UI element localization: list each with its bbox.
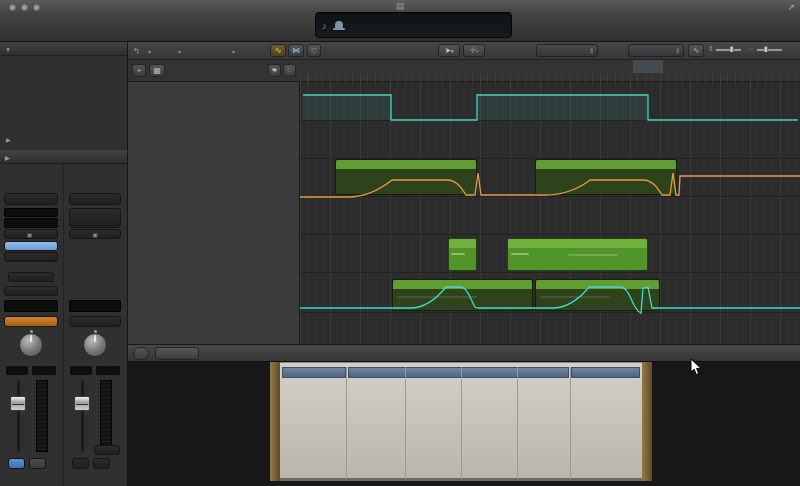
arrange-area[interactable]	[300, 82, 800, 344]
solo-button-2[interactable]	[93, 458, 110, 469]
fader-groove	[17, 380, 20, 452]
document-icon: ▤	[396, 1, 405, 11]
pan-knob[interactable]	[19, 333, 43, 357]
insert-compressor[interactable]	[4, 241, 58, 251]
insert-channel-eq[interactable]	[4, 252, 58, 262]
track-inspector-header[interactable]: ▶	[0, 150, 127, 164]
marker-flag-button[interactable]: ⚑	[268, 64, 281, 77]
waveform-zoom-icon[interactable]: ∿	[688, 44, 704, 57]
marker-flag-button-2[interactable]: ⚐	[283, 64, 296, 77]
solo-button[interactable]	[29, 458, 46, 469]
automation-overlay[interactable]	[300, 82, 800, 344]
horizontal-zoom-slider[interactable]: ⇔ ▬▮▬▬	[748, 45, 782, 53]
mute-button[interactable]	[8, 458, 25, 469]
fader-groove-2	[81, 380, 84, 452]
cycle-highlight[interactable]	[633, 60, 663, 73]
back-icon[interactable]: ↰	[133, 46, 140, 56]
ruler-bar: + ▦ ⚑ ⚐	[128, 60, 800, 82]
gain-value-2[interactable]	[96, 366, 120, 375]
bounce-button[interactable]	[94, 445, 120, 455]
view-menu[interactable]: ▾	[232, 46, 235, 56]
fullscreen-icon[interactable]: ↗	[787, 2, 795, 12]
duplicate-track-button[interactable]: ▦	[149, 64, 165, 77]
bar-ruler[interactable]	[300, 60, 800, 82]
automation-mode-latch[interactable]	[4, 316, 58, 327]
sequencer-section-header	[282, 367, 346, 378]
mix-section-header	[348, 367, 569, 378]
volume-fader[interactable]	[10, 396, 26, 411]
level-meter	[36, 380, 48, 452]
more-disclosure[interactable]: ▶	[0, 135, 127, 146]
pointer-tool[interactable]: ➤ ▾	[438, 44, 460, 57]
functions-menu[interactable]: ▾	[178, 46, 181, 56]
add-track-button[interactable]: +	[132, 64, 146, 77]
output-group-slot[interactable]	[69, 300, 121, 312]
flex-icon[interactable]: ⋈	[288, 44, 304, 57]
inspector: ▼ ▶ ▶ ▣ ▣	[0, 42, 128, 486]
compare-button[interactable]	[155, 347, 199, 360]
bell-icon	[335, 21, 343, 28]
strip-divider	[63, 164, 64, 486]
master-section-header	[571, 367, 640, 378]
filter-icon[interactable]: ▽	[307, 44, 321, 57]
info-icon[interactable]	[133, 347, 149, 360]
pan-knob-2[interactable]	[83, 333, 107, 357]
track-header-list	[128, 82, 300, 344]
window-title: ▤	[0, 1, 800, 11]
logic-window: ▤ ↗ ♪ ▼ ▶ ▶ ▣ ▣	[0, 0, 800, 486]
smart-controls-header	[128, 344, 800, 362]
automation-mode-read[interactable]	[69, 316, 121, 327]
eq-thumbnail-2[interactable]	[4, 218, 58, 228]
control-bar: ▤ ↗ ♪	[0, 0, 800, 42]
tracks-toolbar: ↰ ▾ ▾ ▾ ∿ ⋈ ▽ ➤ ▾ ✛ ▾ ⇕ ⇕ ∿ ⇕ ▬▬▮▬ ⇔ ▬▮▬…	[128, 42, 800, 60]
plugin-face	[280, 362, 642, 481]
lcd-display[interactable]: ♪	[315, 12, 512, 38]
gain-reduction-meter: ▣	[69, 229, 121, 239]
snap-dropdown[interactable]: ⇕	[536, 44, 598, 57]
region-inspector-header[interactable]: ▼	[0, 42, 127, 56]
plugin-wood-right	[642, 362, 652, 481]
vertical-zoom-slider[interactable]: ⇕ ▬▬▮▬	[708, 45, 741, 53]
smart-controls-panel	[128, 362, 800, 486]
track-name-button[interactable]	[4, 193, 58, 205]
group-slot[interactable]	[4, 300, 58, 312]
automation-icon[interactable]: ∿	[270, 44, 286, 57]
send-label[interactable]	[8, 272, 54, 282]
eq-button[interactable]	[69, 208, 121, 228]
drag-dropdown[interactable]: ⇕	[628, 44, 684, 57]
note-icon: ♪	[322, 21, 327, 31]
pan-value-2[interactable]	[70, 366, 92, 375]
secondary-tool[interactable]: ✛ ▾	[463, 44, 485, 57]
setting-button[interactable]	[69, 193, 121, 205]
level-meter-2	[100, 380, 112, 452]
volume-fader-2[interactable]	[74, 396, 90, 411]
gain-value[interactable]	[32, 366, 56, 375]
pan-value[interactable]	[6, 366, 28, 375]
mute-button-2[interactable]	[72, 458, 89, 469]
plugin-wood-left	[270, 362, 280, 481]
eq-thumbnail[interactable]	[4, 208, 58, 217]
edit-menu[interactable]: ▾	[148, 46, 151, 56]
output-slot[interactable]	[4, 286, 58, 296]
bus-send-slot[interactable]: ▣	[4, 229, 58, 239]
